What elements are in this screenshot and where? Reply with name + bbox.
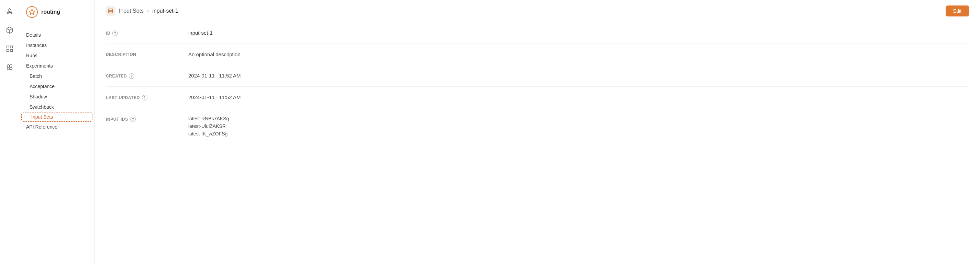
top-bar: Input Sets › input-set-1 Edit [95, 0, 980, 22]
help-icon-input-ids[interactable]: ? [130, 117, 136, 122]
input-id-1: latest-UlulZAKSR [188, 123, 229, 129]
detail-row-id: ID ? input-set-1 [106, 22, 969, 44]
breadcrumb-current: input-set-1 [152, 8, 178, 14]
value-id: input-set-1 [188, 30, 213, 36]
svg-rect-3 [10, 46, 12, 48]
detail-row-created: CREATED ? 2024-01-11 · 11:52 AM [106, 65, 969, 87]
app-title: routing [41, 9, 60, 15]
nav-instances[interactable]: Instances [19, 40, 94, 51]
nav-runs[interactable]: Runs [19, 51, 94, 61]
svg-point-9 [10, 67, 12, 70]
nav-batch[interactable]: Batch [19, 71, 94, 81]
main-content: Input Sets › input-set-1 Edit ID ? input… [95, 0, 980, 264]
svg-marker-10 [29, 9, 35, 15]
nav-input-sets[interactable]: Input Sets [21, 112, 92, 122]
help-icon-id[interactable]: ? [112, 30, 118, 36]
svg-point-7 [10, 65, 12, 67]
content-area: ID ? input-set-1 DESCRIPTION An optional… [95, 22, 980, 264]
rocket-icon[interactable] [4, 6, 15, 17]
breadcrumb-separator: › [147, 8, 149, 14]
sidebar: routing Details Instances Runs Experimen… [19, 0, 95, 264]
input-ids-list: latest-RNBs7AKSg latest-UlulZAKSR latest… [188, 116, 229, 136]
label-last-updated: LAST UPDATED ? [106, 94, 175, 100]
input-id-2: latest-fK_wZOFSg [188, 131, 229, 136]
nav-shadow[interactable]: Shadow [19, 92, 94, 102]
svg-point-6 [7, 65, 9, 67]
detail-row-description: DESCRIPTION An optional description [106, 44, 969, 65]
edit-button[interactable]: Edit [946, 5, 969, 16]
circles-icon[interactable] [4, 62, 15, 73]
nav-api-reference[interactable]: API Reference [19, 122, 94, 132]
svg-rect-5 [10, 49, 12, 51]
value-created: 2024-01-11 · 11:52 AM [188, 73, 241, 79]
input-sets-icon [106, 6, 115, 16]
svg-rect-11 [108, 9, 113, 13]
label-created: CREATED ? [106, 73, 175, 79]
svg-point-0 [9, 11, 10, 13]
icon-bar [0, 0, 19, 264]
sidebar-nav: Details Instances Runs Experiments Batch… [19, 24, 94, 264]
nav-experiments[interactable]: Experiments [19, 61, 94, 71]
label-input-ids: INPUT IDS ? [106, 116, 175, 122]
input-id-0: latest-RNBs7AKSg [188, 116, 229, 122]
detail-row-last-updated: LAST UPDATED ? 2024-01-11 · 11:52 AM [106, 87, 969, 108]
value-last-updated: 2024-01-11 · 11:52 AM [188, 94, 241, 100]
help-icon-last-updated[interactable]: ? [142, 95, 147, 100]
help-icon-created[interactable]: ? [129, 73, 134, 79]
breadcrumb: Input Sets › input-set-1 [106, 6, 178, 16]
grid-icon[interactable] [4, 43, 15, 54]
label-description: DESCRIPTION [106, 51, 175, 57]
sidebar-header: routing [19, 0, 94, 24]
nav-switchback[interactable]: Switchback [19, 102, 94, 112]
value-description: An optional description [188, 51, 240, 57]
svg-rect-2 [6, 46, 9, 48]
breadcrumb-parent[interactable]: Input Sets [119, 8, 144, 14]
svg-point-8 [7, 67, 9, 70]
svg-rect-4 [6, 49, 9, 51]
nav-details[interactable]: Details [19, 30, 94, 40]
detail-row-input-ids: INPUT IDS ? latest-RNBs7AKSg latest-Ulul… [106, 108, 969, 144]
nav-acceptance[interactable]: Acceptance [19, 81, 94, 92]
label-id: ID ? [106, 30, 175, 36]
cube-icon[interactable] [4, 25, 15, 36]
app-logo [26, 6, 38, 18]
